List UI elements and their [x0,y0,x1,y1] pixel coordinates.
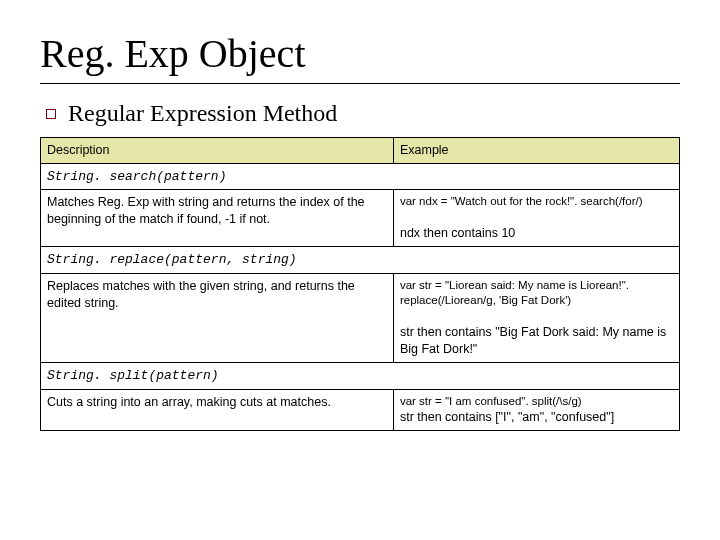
split-example-result: str then contains ["I", "am", "confused"… [400,409,673,426]
replace-example-code: var str = "Liorean said: My name is Lior… [400,278,673,309]
table-row: Matches Reg. Exp with string and returns… [41,190,680,247]
method-replace: String. replace(pattern, string) [41,247,680,274]
table-row: String. replace(pattern, string) [41,247,680,274]
slide-subtitle: Regular Expression Method [68,100,337,127]
subtitle-row: Regular Expression Method [40,100,680,127]
table-row: String. search(pattern) [41,163,680,190]
square-bullet-icon [46,109,56,119]
search-description: Matches Reg. Exp with string and returns… [41,190,394,247]
methods-table: Description Example String. search(patte… [40,137,680,431]
title-divider [40,83,680,84]
table-row: String. split(pattern) [41,363,680,390]
method-search: String. search(pattern) [41,163,680,190]
search-example-code: var ndx = "Watch out for the rock!". sea… [400,194,673,210]
split-example-code: var str = "I am confused". split(/\s/g) [400,394,673,410]
header-description: Description [41,138,394,164]
replace-description: Replaces matches with the given string, … [41,273,394,362]
table-header-row: Description Example [41,138,680,164]
header-example: Example [393,138,679,164]
search-example: var ndx = "Watch out for the rock!". sea… [393,190,679,247]
split-example: var str = "I am confused". split(/\s/g) … [393,389,679,430]
split-description: Cuts a string into an array, making cuts… [41,389,394,430]
method-split: String. split(pattern) [41,363,680,390]
slide-title: Reg. Exp Object [40,30,680,77]
replace-example: var str = "Liorean said: My name is Lior… [393,273,679,362]
search-example-result: ndx then contains 10 [400,225,673,242]
replace-example-result: str then contains "Big Fat Dork said: My… [400,324,673,358]
table-row: Replaces matches with the given string, … [41,273,680,362]
table-row: Cuts a string into an array, making cuts… [41,389,680,430]
